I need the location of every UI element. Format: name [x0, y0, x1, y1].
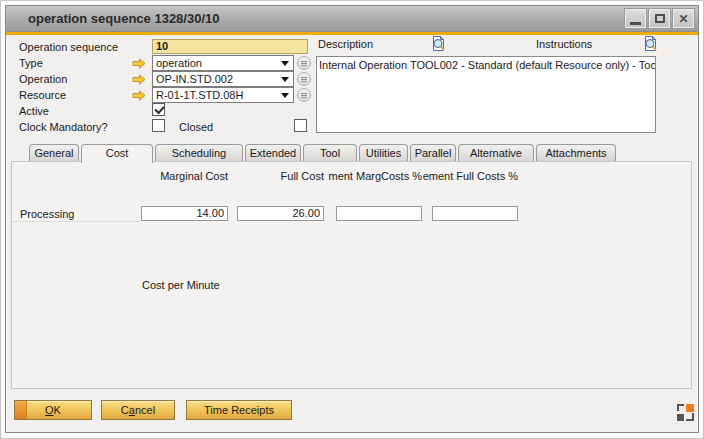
ok-button[interactable]: OK [14, 400, 92, 420]
form-settings-grip-icon[interactable] [677, 404, 694, 421]
resource-value: R-01-1T.STD.08H [156, 89, 243, 101]
closed-label: Closed [179, 120, 213, 135]
processing-marginal-cost-input[interactable]: 14.00 [141, 206, 228, 221]
cost-tab-panel: Marginal Cost Full Cost ment MargCosts %… [11, 161, 692, 389]
increment-margcosts-header: ment MargCosts % [314, 170, 422, 183]
type-value: operation [156, 57, 202, 69]
tab-extended[interactable]: Extended [245, 144, 301, 161]
minimize-button[interactable] [625, 9, 646, 28]
tab-scheduling[interactable]: Scheduling [155, 144, 243, 161]
tab-utilities[interactable]: Utilities [359, 144, 408, 161]
maximize-icon [655, 14, 665, 23]
active-checkbox[interactable] [152, 103, 165, 116]
tab-parallel[interactable]: Parallel [410, 144, 456, 161]
operation-sequence-label: Operation sequence [19, 40, 118, 55]
operation-sequence-input[interactable]: 10 [152, 39, 308, 54]
time-receipts-button[interactable]: Time Receipts [186, 400, 292, 420]
dropdown-caret-icon [281, 61, 289, 66]
description-zoom-icon[interactable] [430, 35, 447, 52]
instructions-zoom-icon[interactable] [642, 35, 659, 52]
accent-line [6, 32, 698, 35]
dialog-window: operation sequence 1328/30/10 ✕ Operatio… [0, 0, 704, 439]
description-label: Description [318, 37, 373, 52]
title-bar[interactable]: operation sequence 1328/30/10 ✕ [6, 6, 698, 32]
processing-row-label: Processing [20, 207, 74, 222]
active-label: Active [19, 104, 49, 119]
processing-full-cost-input[interactable]: 26.00 [237, 206, 324, 221]
tab-attachments[interactable]: Attachments [536, 144, 616, 161]
resource-dropdown[interactable]: R-01-1T.STD.08H [152, 87, 294, 103]
tab-alternative[interactable]: Alternative [458, 144, 534, 161]
cancel-button[interactable]: Cancel [101, 400, 175, 420]
maximize-button[interactable] [649, 9, 670, 28]
link-arrow-icon[interactable] [132, 90, 146, 101]
window-inner: operation sequence 1328/30/10 ✕ Operatio… [5, 5, 699, 433]
window-controls: ✕ [625, 9, 694, 28]
clock-mandatory-checkbox[interactable] [152, 119, 165, 132]
default-button-accent [15, 401, 27, 419]
marginal-cost-header: Marginal Cost [52, 170, 228, 183]
instructions-label: Instructions [536, 37, 592, 52]
closed-checkbox[interactable] [294, 119, 307, 132]
close-icon: ✕ [678, 13, 688, 25]
tab-general[interactable]: General [29, 144, 79, 161]
minimize-icon [630, 22, 641, 25]
full-cost-header: Full Cost [234, 170, 324, 183]
type-label: Type [19, 56, 43, 71]
operation-dropdown[interactable]: OP-IN.STD.002 [152, 71, 294, 87]
processing-increment-fullcosts-input[interactable] [432, 206, 518, 221]
cost-per-minute-label: Cost per Minute [142, 278, 220, 293]
type-dropdown[interactable]: operation [152, 55, 294, 71]
processing-increment-margcosts-input[interactable] [336, 206, 422, 221]
operation-label: Operation [19, 72, 67, 87]
row-divider [12, 221, 140, 222]
tab-cost[interactable]: Cost [81, 144, 153, 163]
tab-bar: General Cost Scheduling Extended Tool Ut… [29, 144, 616, 163]
operation-value: OP-IN.STD.002 [156, 73, 233, 85]
resource-list-button[interactable] [297, 88, 311, 102]
type-list-button[interactable] [297, 56, 311, 70]
resource-label: Resource [19, 88, 66, 103]
clock-mandatory-label: Clock Mandatory? [19, 120, 108, 135]
window-title: operation sequence 1328/30/10 [28, 6, 219, 32]
link-arrow-icon[interactable] [132, 58, 146, 69]
description-textarea[interactable]: Internal Operation TOOL002 - Standard (d… [316, 56, 656, 133]
link-arrow-icon[interactable] [132, 74, 146, 85]
operation-list-button[interactable] [297, 72, 311, 86]
increment-fullcosts-header: ement Full Costs % [410, 170, 518, 183]
close-button[interactable]: ✕ [673, 9, 694, 28]
tab-tool[interactable]: Tool [303, 144, 357, 161]
dropdown-caret-icon [281, 93, 289, 98]
dropdown-caret-icon [281, 77, 289, 82]
